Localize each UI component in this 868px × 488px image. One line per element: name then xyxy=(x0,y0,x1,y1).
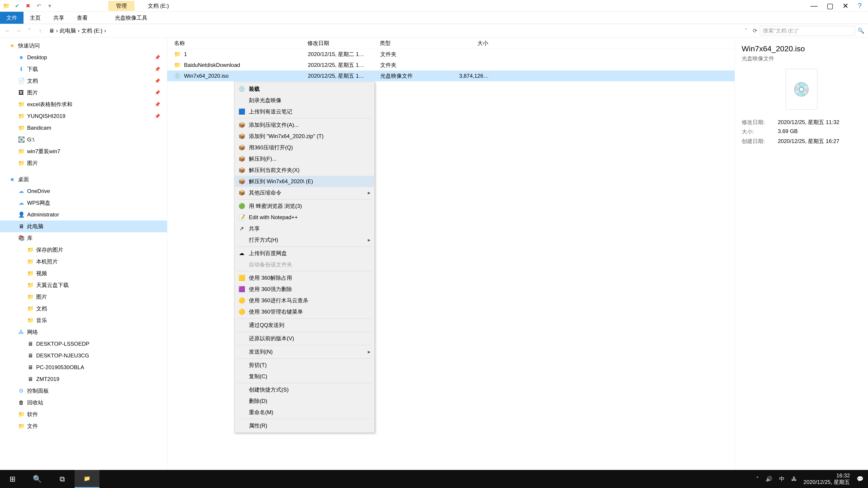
tree-item[interactable]: 📁天翼云盘下载 xyxy=(0,279,167,291)
tree-item[interactable]: 📁视频 xyxy=(0,267,167,279)
tree-item[interactable]: 📁文档 xyxy=(0,303,167,315)
tree-item[interactable]: 📁excel表格制作求和📌 xyxy=(0,98,167,110)
menu-item[interactable]: 删除(D) xyxy=(235,395,374,407)
tree-item[interactable]: 🗑回收站 xyxy=(0,397,167,409)
tree-item[interactable]: 📁YUNQISHI2019📌 xyxy=(0,110,167,122)
ribbon-tab[interactable]: 主页 xyxy=(24,12,47,24)
clock[interactable]: 16:32 2020/12/25, 星期五 xyxy=(804,473,850,486)
tree-item[interactable]: 💽G:\ xyxy=(0,134,167,145)
menu-item[interactable]: 📝Edit with Notepad++ xyxy=(235,212,374,223)
tree-item[interactable]: 🖥DESKTOP-NJEU3CG xyxy=(0,350,167,361)
tree-item[interactable]: 🖥此电脑 xyxy=(0,221,167,232)
recent-dropdown[interactable]: ˅ xyxy=(25,28,33,34)
menu-item[interactable]: 📦用360压缩打开(Q) xyxy=(235,142,374,153)
file-row[interactable]: 💿Win7x64_2020.iso2020/12/25, 星期五 1…光盘映像文… xyxy=(167,70,735,81)
ribbon-tab[interactable]: 光盘映像工具 xyxy=(108,12,154,24)
menu-item[interactable]: 属性(R) xyxy=(235,420,374,431)
tree-item[interactable]: ■Desktop📌 xyxy=(0,52,167,63)
menu-item[interactable]: 🟪使用 360强力删除 xyxy=(235,284,374,295)
tree-item[interactable]: 🖥PC-20190530OBLA xyxy=(0,361,167,373)
tree-item[interactable]: ☁WPS网盘 xyxy=(0,197,167,209)
file-row[interactable]: 📁BaiduNetdiskDownload2020/12/25, 星期五 1…文… xyxy=(167,60,735,70)
qat-delete-icon[interactable]: ✖ xyxy=(24,1,33,10)
menu-item[interactable]: 刻录光盘映像 xyxy=(235,95,374,106)
tree-item[interactable]: 📁图片 xyxy=(0,157,167,169)
menu-item[interactable]: 通过QQ发送到 xyxy=(235,320,374,331)
menu-item[interactable]: 🟡使用 360进行木马云查杀 xyxy=(235,295,374,306)
crumb[interactable]: 文档 (E:) xyxy=(81,27,102,34)
tree-item[interactable]: 🖧网络 xyxy=(0,326,167,338)
menu-item[interactable]: 📦添加到 "Win7x64_2020.zip" (T) xyxy=(235,131,374,142)
menu-item[interactable]: 📦解压到 Win7x64_2020\ (E) xyxy=(235,176,374,187)
crumb-history-icon[interactable]: ˅ xyxy=(742,28,750,34)
tree-item[interactable]: 📚库 xyxy=(0,232,167,244)
menu-item[interactable]: 📦其他压缩命令▸ xyxy=(235,187,374,198)
start-button[interactable]: ⊞ xyxy=(0,470,25,488)
menu-item[interactable]: 🟨使用 360解除占用 xyxy=(235,272,374,284)
tree-item[interactable]: 📁图片 xyxy=(0,291,167,303)
col-name[interactable]: 名称 xyxy=(174,39,307,47)
qat-dropdown-icon[interactable]: ▾ xyxy=(45,1,54,10)
forward-button[interactable]: → xyxy=(14,28,23,34)
tree-item[interactable]: 📁保存的图片 xyxy=(0,244,167,256)
tree-item[interactable]: ⚙控制面板 xyxy=(0,385,167,397)
tree-item[interactable]: 📁软件 xyxy=(0,409,167,420)
tree-item[interactable]: 📁文件 xyxy=(0,420,167,432)
menu-item[interactable]: 💿装载 xyxy=(235,84,374,95)
help-button[interactable]: ? xyxy=(858,2,862,10)
tree-item[interactable]: 🖥DESKTOP-LSSOEDP xyxy=(0,338,167,350)
tree-item[interactable]: ★快速访问 xyxy=(0,40,167,52)
tree-item[interactable]: ☁OneDrive xyxy=(0,185,167,197)
tree-item[interactable]: 📁本机照片 xyxy=(0,256,167,267)
tree-item[interactable]: 📄文档📌 xyxy=(0,75,167,87)
explorer-taskbar-icon[interactable]: 📁 xyxy=(74,470,99,488)
search-input[interactable]: 搜索"文档 (E:)" xyxy=(760,26,855,35)
menu-item[interactable]: 🟢用 蜂蜜浏览器 浏览(3) xyxy=(235,200,374,212)
tree-item[interactable]: 📁音乐 xyxy=(0,315,167,326)
col-date[interactable]: 修改日期 xyxy=(307,39,380,47)
crumb[interactable]: 此电脑 xyxy=(60,27,76,34)
col-type[interactable]: 类型 xyxy=(380,39,443,47)
menu-item[interactable]: 📦解压到(F)... xyxy=(235,153,374,164)
task-view-button[interactable]: ⧉ xyxy=(50,470,74,488)
menu-item[interactable]: 打开方式(H)▸ xyxy=(235,234,374,246)
tree-item[interactable]: 🖼图片📌 xyxy=(0,87,167,98)
menu-item[interactable]: 还原以前的版本(V) xyxy=(235,333,374,344)
menu-item[interactable]: 创建快捷方式(S) xyxy=(235,384,374,395)
ribbon-tab[interactable]: 共享 xyxy=(47,12,70,24)
search-button[interactable]: 🔍 xyxy=(25,470,50,488)
volume-icon[interactable]: 🔊 xyxy=(766,476,772,482)
tree-item[interactable]: 🖥ZMT2019 xyxy=(0,373,167,385)
menu-item[interactable]: 🟦上传到有道云笔记 xyxy=(235,106,374,117)
tray-up-icon[interactable]: ˄ xyxy=(756,476,759,482)
menu-item[interactable]: 复制(C) xyxy=(235,371,374,382)
breadcrumb[interactable]: 🖥 › 此电脑 › 文档 (E:) › xyxy=(47,26,739,35)
search-icon[interactable]: 🔍 xyxy=(858,28,864,34)
up-button[interactable]: ↑ xyxy=(36,28,44,34)
tree-item[interactable]: ⬇下载📌 xyxy=(0,63,167,75)
close-button[interactable]: ✕ xyxy=(842,2,848,10)
tree-item[interactable]: 📁win7重装win7 xyxy=(0,145,167,157)
ribbon-tab[interactable]: 文件 xyxy=(0,12,24,24)
tree-item[interactable]: 👤Administrator xyxy=(0,209,167,221)
ime-indicator[interactable]: 中 xyxy=(779,475,784,483)
file-row[interactable]: 📁12020/12/15, 星期二 1…文件夹 xyxy=(167,49,735,60)
menu-item[interactable]: 发送到(N)▸ xyxy=(235,346,374,357)
maximize-button[interactable]: ▢ xyxy=(827,2,833,10)
menu-item[interactable]: ☁上传到百度网盘 xyxy=(235,248,374,259)
menu-item[interactable]: 🟡使用 360管理右键菜单 xyxy=(235,306,374,318)
refresh-button[interactable]: ⟳ xyxy=(753,28,757,34)
menu-item[interactable]: 剪切(T) xyxy=(235,359,374,371)
tree-item[interactable]: 📁Bandicam xyxy=(0,122,167,134)
tree-item[interactable]: ■桌面 xyxy=(0,173,167,185)
network-icon[interactable]: 🖧 xyxy=(792,476,797,482)
col-size[interactable]: 大小 xyxy=(443,39,493,47)
menu-item[interactable]: 📦解压到当前文件夹(X) xyxy=(235,164,374,176)
action-center-icon[interactable]: 💬 xyxy=(857,476,864,482)
qat-save-icon[interactable]: ✔ xyxy=(13,1,22,10)
menu-item[interactable]: 重命名(M) xyxy=(235,407,374,418)
qat-undo-icon[interactable]: ↶ xyxy=(34,1,43,10)
menu-item[interactable]: ↗共享 xyxy=(235,223,374,234)
ribbon-tab[interactable]: 查看 xyxy=(70,12,94,24)
menu-item[interactable]: 📦添加到压缩文件(A)... xyxy=(235,119,374,131)
